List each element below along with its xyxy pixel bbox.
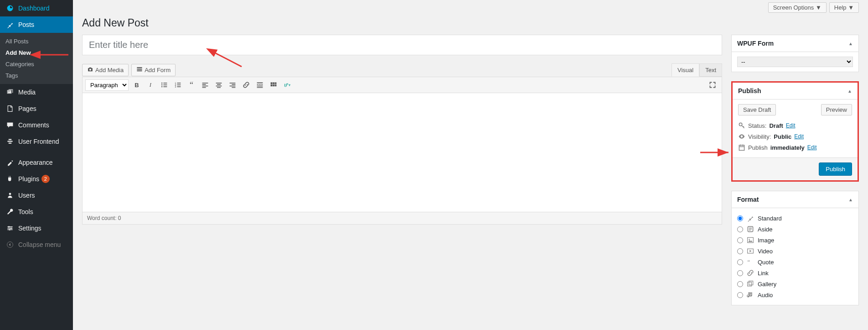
- svg-point-10: [161, 83, 162, 84]
- posts-submenu: All Posts Add New Categories Tags: [0, 33, 73, 84]
- format-radio[interactable]: [737, 215, 743, 221]
- publish-metabox: Publish ▲ Save Draft Preview Status: Dra…: [731, 81, 859, 182]
- format-radio[interactable]: [737, 237, 743, 243]
- editor-content[interactable]: [83, 93, 722, 212]
- edit-schedule-link[interactable]: Edit: [807, 144, 817, 151]
- format-option-link[interactable]: Link: [737, 267, 853, 278]
- numbered-list-button[interactable]: 123: [171, 79, 184, 91]
- svg-rect-32: [230, 86, 236, 87]
- sidebar-item-user-frontend[interactable]: User Frontend: [0, 133, 73, 150]
- admin-sidebar: Dashboard Posts All Posts Add New Catego…: [0, 0, 73, 324]
- format-option-image[interactable]: Image: [737, 235, 853, 246]
- svg-rect-48: [739, 145, 744, 150]
- sidebar-item-pages[interactable]: Pages: [0, 100, 73, 117]
- preview-button[interactable]: Preview: [821, 104, 852, 115]
- fullscreen-button[interactable]: [706, 79, 719, 91]
- align-right-button[interactable]: [226, 79, 239, 91]
- editor-box: Paragraph B I 123 “ ሆ▾ Wo: [82, 77, 722, 225]
- svg-rect-8: [137, 69, 142, 70]
- format-radio[interactable]: [737, 226, 743, 232]
- submenu-add-new[interactable]: Add New: [0, 47, 73, 58]
- svg-rect-20: [177, 84, 181, 85]
- aside-icon: [747, 225, 754, 233]
- media-icon: [5, 88, 15, 97]
- collapse-icon: [5, 240, 15, 249]
- svg-point-64: [750, 295, 752, 296]
- format-option-gallery[interactable]: Gallery: [737, 278, 853, 289]
- italic-button[interactable]: I: [144, 79, 157, 91]
- svg-point-63: [748, 296, 749, 297]
- format-option-aside[interactable]: Aside: [737, 224, 853, 235]
- paragraph-select[interactable]: Paragraph: [85, 79, 129, 91]
- sidebar-label: Comments: [18, 121, 49, 129]
- wpuf-shortcode-button[interactable]: ሆ▾: [281, 79, 294, 91]
- readmore-button[interactable]: [253, 79, 266, 91]
- svg-point-1: [8, 226, 10, 227]
- align-center-button[interactable]: [212, 79, 225, 91]
- add-media-button[interactable]: Add Media: [82, 64, 129, 76]
- add-form-button[interactable]: Add Form: [131, 64, 176, 76]
- metabox-title: Publish: [738, 87, 761, 94]
- sidebar-item-tools[interactable]: Tools: [0, 204, 73, 220]
- bullet-list-button[interactable]: [158, 79, 170, 91]
- bold-button[interactable]: B: [130, 79, 143, 91]
- svg-rect-22: [202, 83, 208, 84]
- align-left-button[interactable]: [199, 79, 212, 91]
- post-title-input[interactable]: [82, 35, 722, 55]
- submenu-categories[interactable]: Categories: [0, 58, 73, 70]
- blockquote-button[interactable]: “: [185, 79, 198, 91]
- plugins-icon: [5, 174, 15, 183]
- sidebar-item-media[interactable]: Media: [0, 84, 73, 100]
- save-draft-button[interactable]: Save Draft: [738, 104, 776, 115]
- toolbar-toggle-button[interactable]: [267, 79, 280, 91]
- link-button[interactable]: [240, 79, 253, 91]
- sidebar-item-comments[interactable]: Comments: [0, 117, 73, 133]
- sidebar-label: Dashboard: [18, 5, 50, 12]
- visibility-value: Public: [774, 133, 791, 140]
- submenu-all-posts[interactable]: All Posts: [0, 36, 73, 47]
- format-metabox: Format ▲ StandardAsideImageVideo“QuoteLi…: [731, 191, 859, 305]
- format-radio[interactable]: [737, 248, 743, 254]
- publish-button[interactable]: Publish: [819, 162, 852, 176]
- tab-visual[interactable]: Visual: [672, 63, 699, 77]
- format-label: Standard: [758, 215, 782, 222]
- edit-status-link[interactable]: Edit: [786, 122, 796, 129]
- svg-rect-30: [230, 83, 236, 84]
- settings-icon: [5, 224, 15, 233]
- sidebar-item-settings[interactable]: Settings: [0, 220, 73, 236]
- svg-text:3: 3: [175, 86, 176, 88]
- wpuf-form-select[interactable]: --: [737, 57, 853, 67]
- submenu-tags[interactable]: Tags: [0, 70, 73, 81]
- svg-point-0: [9, 193, 11, 195]
- wpuf-form-header[interactable]: WPUF Form ▲: [732, 35, 858, 52]
- svg-point-11: [161, 84, 162, 85]
- format-option-audio[interactable]: Audio: [737, 289, 853, 300]
- sidebar-label: Appearance: [18, 159, 53, 166]
- form-icon: [136, 66, 143, 74]
- format-option-video[interactable]: Video: [737, 246, 853, 257]
- format-radio[interactable]: [737, 270, 743, 276]
- screen-options-button[interactable]: Screen Options ▼: [768, 2, 827, 13]
- format-radio[interactable]: [737, 292, 743, 298]
- format-option-standard[interactable]: Standard: [737, 213, 853, 224]
- svg-text:“: “: [748, 259, 750, 265]
- format-radio[interactable]: [737, 259, 743, 265]
- tab-text[interactable]: Text: [699, 63, 722, 77]
- sidebar-item-plugins[interactable]: Plugins 2: [0, 171, 73, 187]
- publish-header[interactable]: Publish ▲: [733, 83, 858, 100]
- help-button[interactable]: Help ▼: [829, 2, 859, 13]
- sidebar-item-dashboard[interactable]: Dashboard: [0, 0, 73, 16]
- sidebar-item-posts[interactable]: Posts: [0, 16, 73, 33]
- status-value: Draft: [769, 122, 783, 129]
- format-header[interactable]: Format ▲: [732, 191, 858, 208]
- sidebar-item-appearance[interactable]: Appearance: [0, 154, 73, 171]
- sidebar-item-users[interactable]: Users: [0, 187, 73, 204]
- format-option-quote[interactable]: “Quote: [737, 257, 853, 267]
- svg-point-6: [89, 69, 91, 71]
- sidebar-collapse[interactable]: Collapse menu: [0, 236, 73, 253]
- format-label: Video: [758, 248, 773, 255]
- svg-rect-31: [232, 84, 235, 85]
- svg-rect-14: [163, 84, 167, 85]
- edit-visibility-link[interactable]: Edit: [794, 133, 804, 140]
- format-radio[interactable]: [737, 281, 743, 287]
